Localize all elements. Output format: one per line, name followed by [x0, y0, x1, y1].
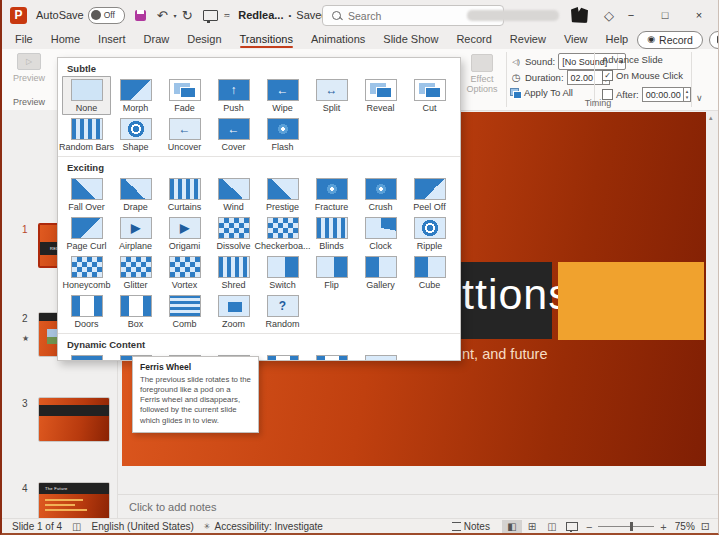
transition-fade[interactable]: Fade: [160, 76, 209, 115]
comments-button[interactable]: [709, 31, 719, 49]
undo-dropdown-icon[interactable]: ▾: [174, 12, 177, 19]
transition-random-bars[interactable]: Random Bars: [62, 115, 111, 154]
transition-shape[interactable]: Shape: [111, 115, 160, 154]
transition-shred[interactable]: Shred: [209, 253, 258, 292]
transition-pan[interactable]: ↑Pan: [62, 352, 111, 361]
tab-transitions[interactable]: Transitions: [231, 31, 302, 48]
tab-insert[interactable]: Insert: [89, 31, 135, 48]
record-button[interactable]: ◉ Record: [637, 31, 703, 49]
transition-morph[interactable]: Morph: [111, 76, 160, 115]
start-slideshow-icon[interactable]: [203, 10, 218, 21]
tab-design[interactable]: Design: [178, 31, 230, 48]
transition-gallery[interactable]: Gallery: [356, 253, 405, 292]
transition-origami[interactable]: ▶Origami: [160, 214, 209, 253]
zoom-in-button[interactable]: +: [660, 521, 666, 533]
view-reading-button[interactable]: ◫: [542, 520, 562, 533]
transition-glitter[interactable]: Glitter: [111, 253, 160, 292]
redo-icon[interactable]: ↻: [182, 9, 193, 22]
transition-page-curl[interactable]: Page Curl: [62, 214, 111, 253]
powerpoint-logo-icon[interactable]: P: [10, 7, 27, 24]
transition-none[interactable]: None: [62, 76, 111, 115]
transition-clock[interactable]: Clock: [356, 214, 405, 253]
transition-wipe[interactable]: ←Wipe: [258, 76, 307, 115]
on-mouse-click-row[interactable]: ✓ On Mouse Click: [602, 70, 683, 81]
zoom-slider[interactable]: [598, 526, 654, 527]
transition-flash[interactable]: Flash: [258, 115, 307, 154]
transition-dissolve[interactable]: Dissolve: [209, 214, 258, 253]
doc-name[interactable]: Redlea...: [238, 9, 283, 21]
view-slideshow-button[interactable]: [562, 520, 582, 533]
autosave-toggle[interactable]: Off: [88, 7, 125, 24]
quick-access-overflow-icon[interactable]: ≂: [224, 11, 231, 20]
transition-reveal[interactable]: Reveal: [356, 76, 405, 115]
zoom-slider-thumb[interactable]: [630, 522, 633, 531]
transition-box[interactable]: Box: [111, 292, 160, 331]
canvas-scrollbar[interactable]: ▴: [707, 112, 719, 466]
language-status[interactable]: English (United States): [92, 521, 194, 532]
transition-blinds[interactable]: Blinds: [307, 214, 356, 253]
tab-draw[interactable]: Draw: [135, 31, 179, 48]
transition-peel-off[interactable]: Peel Off: [405, 175, 454, 214]
notes-panel[interactable]: Click to add notes: [118, 494, 719, 519]
maximize-button[interactable]: □: [648, 1, 682, 29]
transition-cut[interactable]: Cut: [405, 76, 454, 115]
transition-random[interactable]: ?Random: [258, 292, 307, 331]
transition-fracture[interactable]: Fracture: [307, 175, 356, 214]
fit-to-window-icon[interactable]: ⊡: [701, 520, 710, 533]
effect-options-button[interactable]: Effect Options: [461, 52, 503, 104]
tab-review[interactable]: Review: [501, 31, 555, 48]
transition-airplane[interactable]: ▶Airplane: [111, 214, 160, 253]
avatar[interactable]: [571, 7, 588, 23]
minimize-button[interactable]: −: [614, 1, 648, 29]
notes-toggle-button[interactable]: Notes: [452, 521, 490, 532]
tab-view[interactable]: View: [555, 31, 597, 48]
transition-fly-through[interactable]: Fly Through: [356, 352, 405, 361]
view-slide-sorter-button[interactable]: ⊞: [522, 520, 542, 533]
slide-thumbnail-3[interactable]: [38, 397, 110, 442]
transition-prestige[interactable]: Prestige: [258, 175, 307, 214]
preview-button[interactable]: ▷ Preview: [12, 53, 46, 91]
transition-push[interactable]: ↑Push: [209, 76, 258, 115]
transition-zoom[interactable]: Zoom: [209, 292, 258, 331]
transition-doors[interactable]: Doors: [62, 292, 111, 331]
tab-slide-show[interactable]: Slide Show: [374, 31, 447, 48]
transition-label: Airplane: [119, 241, 152, 251]
duration-input[interactable]: 02.00: [567, 70, 603, 85]
transition-flip[interactable]: Flip: [307, 253, 356, 292]
tab-file[interactable]: File: [6, 31, 42, 48]
transition-ripple[interactable]: Ripple: [405, 214, 454, 253]
transition-split[interactable]: ↔Split: [307, 76, 356, 115]
transition-drape[interactable]: Drape: [111, 175, 160, 214]
transition-wind[interactable]: Wind: [209, 175, 258, 214]
tab-home[interactable]: Home: [42, 31, 89, 48]
transition-crush[interactable]: Crush: [356, 175, 405, 214]
zoom-out-button[interactable]: −: [586, 521, 592, 533]
transition-window[interactable]: Window: [258, 352, 307, 361]
transition-cover[interactable]: ←Cover: [209, 115, 258, 154]
undo-icon[interactable]: ↶: [157, 9, 168, 22]
close-button[interactable]: ×: [682, 1, 716, 29]
transition-cube[interactable]: Cube: [405, 253, 454, 292]
transition-vortex[interactable]: Vortex: [160, 253, 209, 292]
accessibility-status[interactable]: Accessibility: Investigate: [214, 521, 322, 532]
zoom-level[interactable]: 75%: [675, 521, 695, 532]
on-mouse-click-checkbox[interactable]: ✓: [602, 70, 613, 81]
transition-fall-over[interactable]: Fall Over: [62, 175, 111, 214]
collapse-ribbon-icon[interactable]: ∨: [696, 93, 703, 103]
view-normal-button[interactable]: ◧: [502, 520, 522, 533]
transition-honeycomb[interactable]: Honeycomb: [62, 253, 111, 292]
tab-record[interactable]: Record: [447, 31, 500, 48]
transition-curtains[interactable]: Curtains: [160, 175, 209, 214]
apply-to-all-button[interactable]: Apply To All: [510, 87, 573, 98]
transition-uncover[interactable]: ←Uncover: [160, 115, 209, 154]
tab-animations[interactable]: Animations: [302, 31, 374, 48]
transition-orbit[interactable]: Orbit: [307, 352, 356, 361]
transition-switch[interactable]: Switch: [258, 253, 307, 292]
scroll-up-icon[interactable]: ▴: [709, 114, 713, 122]
spin-down-icon[interactable]: ▾: [686, 95, 689, 101]
tab-help[interactable]: Help: [597, 31, 638, 48]
save-icon[interactable]: [135, 10, 146, 21]
transition-comb[interactable]: Comb: [160, 292, 209, 331]
premium-gem-icon[interactable]: ◇: [604, 8, 614, 23]
transition-checkerboa[interactable]: Checkerboa...: [258, 214, 307, 253]
